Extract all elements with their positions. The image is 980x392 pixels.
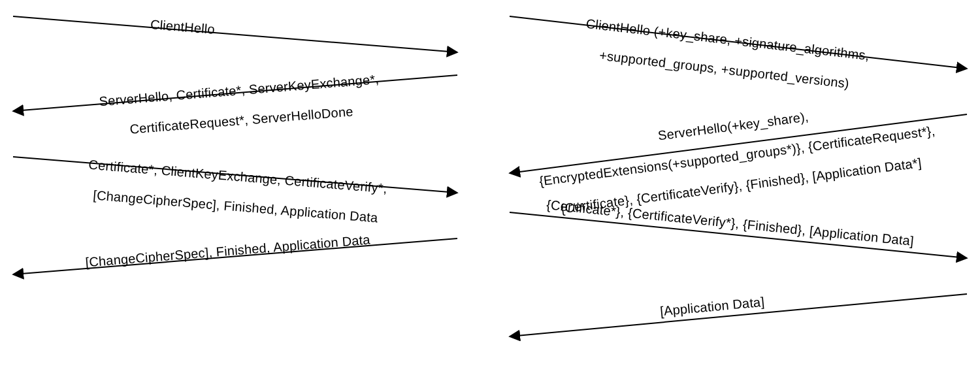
l-msg-2-line1: ServerHello, Certificate*, ServerKeyExch… — [99, 72, 380, 108]
l-msg-2: ServerHello, Certificate*, ServerKeyExch… — [82, 57, 383, 155]
l-arrow-1-c2s — [13, 16, 457, 56]
l-msg-2-line2: CertificateRequest*, ServerHelloDone — [129, 104, 354, 136]
diagram-stage: ClientHello ServerHello, Certificate*, S… — [0, 0, 980, 392]
svg-line-0 — [13, 16, 457, 52]
l-msg-3-line1: Certificate*, ClientKeyExchange, Certifi… — [88, 157, 388, 196]
l-msg-3: Certificate*, ClientKeyExchange, Certifi… — [69, 141, 389, 241]
l-msg-3-line2: [ChangeCipherSpec], Finished, Applicatio… — [93, 188, 379, 225]
r-msg-2-line1: ServerHello(+key_share), — [657, 109, 809, 142]
